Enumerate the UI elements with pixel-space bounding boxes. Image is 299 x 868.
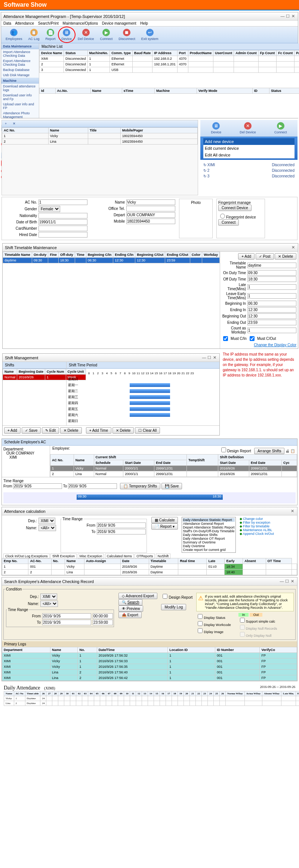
sm-edit-btn[interactable]: ✎ Edit — [42, 427, 59, 434]
sm-clear-btn[interactable]: ☐ Clear All — [135, 427, 160, 434]
sm-del-btn[interactable]: ✕ Delete — [60, 427, 82, 434]
sr-from-t[interactable] — [93, 613, 113, 619]
side-1[interactable]: Filter by exception — [243, 521, 270, 524]
aclog-button[interactable]: 📋AC Log — [26, 28, 42, 41]
inp-eout[interactable] — [247, 320, 296, 325]
inp-ein[interactable] — [247, 307, 296, 313]
menu-device[interactable]: Device management — [102, 21, 136, 25]
sb-ul-user[interactable]: Upload user info and FP — [1, 102, 39, 111]
menu-search[interactable]: Search/Print — [38, 21, 59, 25]
max-icon[interactable]: ☐ — [284, 579, 290, 584]
side-4[interactable]: Append Clock In/Out — [243, 532, 274, 536]
tt-add-btn[interactable]: + Add — [238, 253, 255, 260]
max-icon[interactable]: ☐ — [285, 14, 290, 19]
inp-tn[interactable] — [247, 263, 296, 268]
change-color-link[interactable]: Change the Display Color — [254, 343, 296, 347]
emp-add-btn[interactable]: + — [3, 121, 9, 126]
inp-on[interactable] — [247, 270, 296, 276]
rep-3[interactable]: Staff's On-Duty/Off-Duty Timetable — [183, 529, 234, 533]
sr-from[interactable] — [42, 613, 91, 619]
close-icon[interactable]: ✕ — [290, 14, 296, 19]
inp-wd[interactable] — [247, 328, 296, 333]
inp-dept[interactable] — [126, 212, 175, 218]
tab-5[interactable]: NoShift — [156, 554, 171, 559]
ac-name[interactable]: <All> — [38, 525, 56, 531]
dd-edit[interactable]: Edit current device — [203, 145, 295, 152]
sb-photo[interactable]: Attendance Photo Management — [1, 111, 39, 120]
menu-data[interactable]: Data — [3, 21, 11, 25]
report-button[interactable]: 📄Report — [43, 28, 58, 41]
pop-deldevice-btn[interactable]: ✕Del Device — [237, 121, 258, 135]
chk-mustcin[interactable] — [223, 336, 228, 341]
tab-4[interactable]: OTReports — [135, 554, 155, 559]
disconnect-button[interactable]: ⏹Disconnect — [116, 28, 138, 41]
tt-del-btn[interactable]: ✕ Delete — [275, 253, 296, 260]
sr-dep[interactable]: XIMI — [40, 593, 57, 600]
deldevice-button[interactable]: ✕Del Device — [75, 28, 96, 41]
close-icon[interactable]: ✕ — [212, 355, 217, 360]
sb-import[interactable]: Import Attendance Checking Data — [1, 49, 39, 58]
chk-dispwork[interactable] — [198, 621, 203, 626]
exit-button[interactable]: ↩Exit system — [139, 28, 161, 41]
inp-leave[interactable] — [247, 293, 296, 299]
side-3[interactable]: Maintenance AL/BL — [243, 528, 272, 532]
sm-addtime-btn[interactable]: + Add Time — [86, 427, 111, 434]
fp-radio[interactable] — [220, 214, 225, 218]
inp-dob[interactable] — [38, 219, 87, 225]
menu-maint[interactable]: Maintenance/Options — [63, 21, 98, 25]
inp-office[interactable] — [126, 206, 175, 211]
inp-hire[interactable] — [38, 232, 87, 238]
rep-7[interactable]: Daily Overtime — [183, 544, 234, 548]
sb-dl-user[interactable]: Download user info and Fp — [1, 93, 39, 102]
inp-nat[interactable] — [38, 213, 87, 218]
inp-ac[interactable] — [38, 199, 87, 205]
sr-name[interactable]: <All> — [40, 601, 58, 607]
se-save-btn[interactable]: 💾 Save — [161, 483, 182, 489]
sb-dl-logs[interactable]: Download attendance logs — [1, 84, 39, 93]
close-icon[interactable]: ✕ — [290, 245, 296, 250]
employees-button[interactable]: 👥Employees — [3, 28, 25, 41]
connect-device-btn[interactable]: Connect Device — [218, 205, 252, 211]
dd-add[interactable]: Add new device — [203, 138, 295, 145]
sm-save-btn[interactable]: ✓ Save — [22, 427, 41, 434]
pop-device-btn[interactable]: 🖥Device — [209, 121, 224, 135]
sb-export[interactable]: Export Attendance Checking Data — [1, 58, 39, 67]
sb-usb[interactable]: Usb Disk Manage — [1, 72, 39, 78]
close-icon[interactable]: ✕ — [290, 509, 295, 514]
inp-bin[interactable] — [247, 301, 296, 306]
close-icon[interactable]: ✕ — [290, 579, 295, 584]
chk-mustcout[interactable] — [250, 336, 255, 341]
se-from[interactable] — [13, 483, 62, 489]
rep-2[interactable]: Depart Attendance Statistic Report — [183, 526, 234, 529]
sr-modify-btn[interactable]: Modify Log — [161, 604, 186, 610]
tt-post-btn[interactable]: ✓ Post — [256, 253, 274, 260]
dd-editall[interactable]: Edit All device — [203, 152, 295, 158]
min-icon[interactable]: — — [280, 14, 285, 18]
sr-to[interactable] — [42, 620, 91, 625]
device-button[interactable]: 🖥Device — [59, 28, 74, 41]
tab-2[interactable]: Misc Exception — [78, 554, 104, 559]
connect-btn[interactable]: Connect — [218, 219, 239, 226]
se-temp-btn[interactable]: 📋 Temporary Shifts — [120, 483, 160, 489]
chk-simple[interactable] — [240, 618, 245, 623]
tab-3[interactable]: Calculated Items — [105, 554, 134, 559]
min-icon[interactable]: — — [201, 355, 207, 360]
rep-0[interactable]: Daily Attendance Statistic Report — [183, 518, 234, 522]
rep-4[interactable]: Daily Attendance Shifts — [183, 533, 234, 537]
sr-to-t[interactable] — [93, 620, 113, 625]
inp-name[interactable] — [126, 199, 175, 205]
max-icon[interactable]: ☐ — [207, 355, 212, 360]
sr-preview-btn[interactable]: 👁 Preview — [118, 605, 143, 612]
se-arrange-btn[interactable]: Arrange Shifts — [254, 448, 284, 454]
rep-6[interactable]: Summary of Overtime — [183, 540, 234, 544]
sr-search-btn[interactable]: 🔍 Search — [118, 599, 142, 605]
sm-deltime-btn[interactable]: ✕ Delete — [112, 427, 134, 434]
menu-attendance[interactable]: Attendance — [15, 21, 34, 25]
chk-dispimg[interactable] — [198, 628, 203, 633]
ac-dep[interactable]: XIMI — [38, 518, 55, 524]
ac-from[interactable] — [97, 523, 146, 528]
chk-dispstatus[interactable] — [198, 614, 203, 619]
ac-calc-btn[interactable]: ▦ Calculate — [151, 517, 178, 523]
inp-idcard[interactable] — [38, 226, 87, 231]
rep-1[interactable]: Attendance General Report — [183, 522, 234, 526]
